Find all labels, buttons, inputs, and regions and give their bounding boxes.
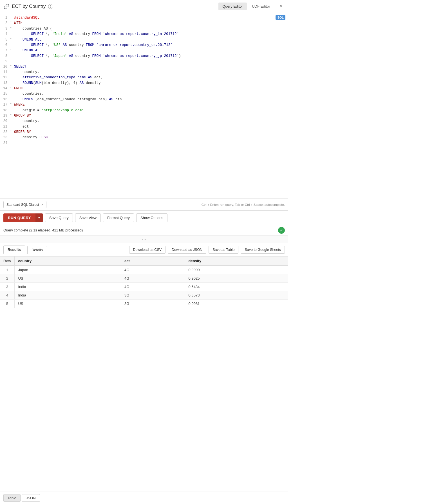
header-tabs: Query Editor UDF Editor × — [218, 2, 285, 10]
show-options-button[interactable]: Show Options — [136, 213, 167, 222]
cell-density: 0.6434 — [185, 283, 288, 291]
code-line-21: 21 ect — [0, 124, 288, 130]
sql-badge: SQL — [276, 15, 285, 20]
table-row: 3India4G0.6434 — [0, 283, 288, 291]
code-line-6: 6 SELECT *, 'US' AS country FROM `chrome… — [0, 43, 288, 48]
run-query-dropdown[interactable]: ▾ — [35, 213, 43, 222]
col-header-row: Row — [0, 257, 15, 266]
code-line-7: 7 ▾ UNION ALL — [0, 48, 288, 53]
tab-results[interactable]: Results — [3, 246, 25, 254]
table-row: 5US3G0.0981 — [0, 300, 288, 308]
code-line-24: 24 — [0, 141, 288, 146]
code-line-10: 10 ▾ SELECT — [0, 64, 288, 70]
tab-details[interactable]: Details — [27, 246, 47, 254]
results-header: Results Details Download as CSV Download… — [0, 243, 288, 257]
cell-ect: 4G — [121, 283, 185, 291]
code-line-11: 11 country, — [0, 70, 288, 75]
cell-country: India — [15, 291, 121, 300]
run-query-main[interactable]: RUN QUERY — [3, 213, 35, 222]
cell-ect: 3G — [121, 291, 185, 300]
code-line-1: 1 #standardSQL — [0, 15, 288, 21]
bottom-tab-table[interactable]: Table — [3, 494, 21, 502]
table-header-row: Row country ect density — [0, 257, 288, 266]
save-query-button[interactable]: Save Query — [45, 213, 73, 222]
code-line-19: 19 ▾ GROUP BY — [0, 113, 288, 119]
shortcut-hint: Ctrl + Enter: run query, Tab or Ctrl + S… — [202, 203, 285, 206]
header: ECT by Country ? Query Editor UDF Editor… — [0, 0, 288, 13]
col-header-country: country — [15, 257, 121, 266]
page-title: ECT by Country — [12, 4, 46, 9]
code-line-20: 20 country, — [0, 119, 288, 124]
dialect-close-icon[interactable]: × — [41, 202, 44, 207]
toolbar: RUN QUERY ▾ Save Query Save View Format … — [0, 211, 288, 225]
table-row: 1Japan4G0.9999 — [0, 266, 288, 274]
code-line-5: 5 ▾ UNION ALL — [0, 37, 288, 43]
code-line-9: 9 — [0, 59, 288, 64]
col-header-ect: ect — [121, 257, 185, 266]
cell-row: 3 — [0, 283, 15, 291]
code-line-4: 4 SELECT *, 'India' AS country FROM `chr… — [0, 32, 288, 37]
editor-footer: Standard SQL Dialect × Ctrl + Enter: run… — [0, 199, 288, 211]
status-bar: Query complete (2.1s elapsed, 421 MB pro… — [0, 225, 288, 236]
code-line-13: 13 ROUND(SUM(bin.density), 4) AS density — [0, 81, 288, 86]
dialect-tag[interactable]: Standard SQL Dialect × — [3, 201, 46, 208]
code-line-15: 15 countries, — [0, 91, 288, 97]
download-json-button[interactable]: Download as JSON — [168, 246, 206, 254]
close-button[interactable]: × — [277, 2, 285, 10]
tab-udf-editor[interactable]: UDF Editor — [248, 3, 274, 10]
cell-row: 5 — [0, 300, 15, 308]
cell-country: US — [15, 274, 121, 283]
cell-row: 4 — [0, 291, 15, 300]
cell-country: US — [15, 300, 121, 308]
link-icon — [3, 3, 10, 10]
save-to-sheets-button[interactable]: Save to Google Sheets — [241, 246, 285, 254]
drag-divider[interactable]: ⋯ — [0, 236, 288, 243]
cell-row: 2 — [0, 274, 15, 283]
cell-density: 0.3573 — [185, 291, 288, 300]
save-view-button[interactable]: Save View — [75, 213, 101, 222]
cell-ect: 4G — [121, 274, 185, 283]
cell-ect: 4G — [121, 266, 185, 274]
cell-density: 0.9999 — [185, 266, 288, 274]
table-row: 4India3G0.3573 — [0, 291, 288, 300]
cell-density: 0.9025 — [185, 274, 288, 283]
results-actions: Download as CSV Download as JSON Save as… — [129, 246, 285, 254]
help-icon[interactable]: ? — [48, 4, 53, 9]
code-line-2: 2 ▾ WITH — [0, 21, 288, 26]
code-block[interactable]: 1 #standardSQL 2 ▾ WITH 3 ▾ countries AS… — [0, 13, 288, 199]
tab-query-editor[interactable]: Query Editor — [218, 3, 247, 10]
code-line-12: 12 effective_connection_type.name AS ect… — [0, 75, 288, 80]
header-title-area: ECT by Country ? — [3, 3, 218, 10]
cell-country: Japan — [15, 266, 121, 274]
code-line-18: 18 origin = 'http://example.com' — [0, 108, 288, 113]
code-line-22: 22 ▾ ORDER BY — [0, 130, 288, 135]
format-query-button[interactable]: Format Query — [103, 213, 134, 222]
cell-country: India — [15, 283, 121, 291]
bottom-tab-json[interactable]: JSON — [22, 494, 40, 502]
cell-ect: 3G — [121, 300, 185, 308]
code-line-8: 8 SELECT *, 'Japan' AS country FROM `chr… — [0, 53, 288, 59]
download-csv-button[interactable]: Download as CSV — [129, 246, 165, 254]
results-table-wrapper: Row country ect density 1Japan4G0.99992U… — [0, 257, 288, 308]
status-text: Query complete (2.1s elapsed, 421 MB pro… — [3, 228, 83, 232]
cell-row: 1 — [0, 266, 15, 274]
code-line-14: 14 ▾ FROM — [0, 86, 288, 91]
run-query-button[interactable]: RUN QUERY ▾ — [3, 213, 43, 222]
col-header-density: density — [185, 257, 288, 266]
code-line-23: 23 density DESC — [0, 135, 288, 140]
dialect-label: Standard SQL Dialect — [6, 203, 39, 207]
save-as-table-button[interactable]: Save as Table — [209, 246, 238, 254]
editor-area[interactable]: SQL 1 #standardSQL 2 ▾ WITH 3 ▾ countrie… — [0, 13, 288, 199]
code-line-17: 17 ▾ WHERE — [0, 102, 288, 108]
cell-density: 0.0981 — [185, 300, 288, 308]
success-icon: ✓ — [278, 227, 285, 234]
bottom-tabs: Table JSON — [0, 492, 288, 504]
code-line-3: 3 ▾ countries AS ( — [0, 26, 288, 32]
code-line-16: 16 UNNEST(dom_content_loaded.histogram.b… — [0, 97, 288, 102]
table-row: 2US4G0.9025 — [0, 274, 288, 283]
results-table: Row country ect density 1Japan4G0.99992U… — [0, 257, 288, 308]
